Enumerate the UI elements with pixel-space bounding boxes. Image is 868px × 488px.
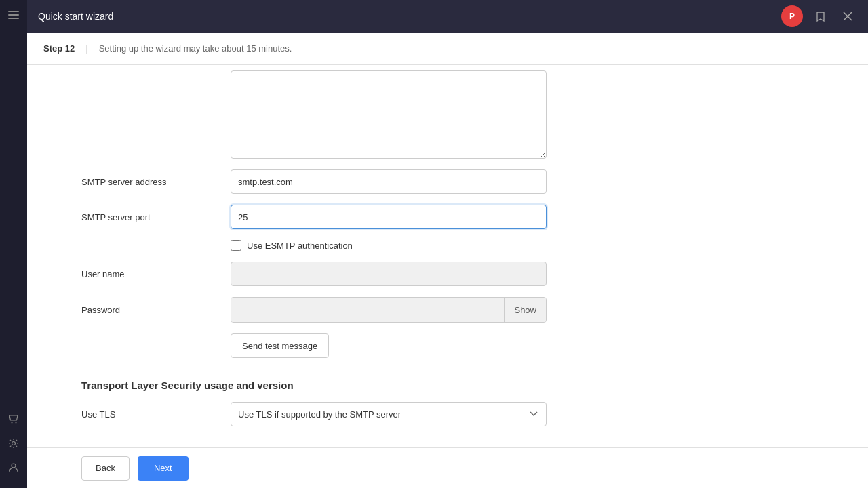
smtp-address-input[interactable] (231, 169, 547, 194)
smtp-port-input[interactable] (231, 205, 547, 229)
password-input[interactable] (231, 298, 504, 322)
svg-point-5 (12, 442, 16, 445)
username-input[interactable] (231, 262, 547, 286)
close-button[interactable] (838, 7, 857, 26)
username-group: User name (81, 262, 841, 286)
smtp-address-group: SMTP server address (81, 169, 841, 194)
esmtp-label[interactable]: Use ESMTP authentication (247, 241, 353, 251)
description-textarea[interactable] (231, 70, 547, 159)
tls-select[interactable]: Use TLS if supported by the SMTP server … (231, 402, 547, 426)
content-area: SMTP server address SMTP server port Use… (27, 65, 868, 447)
sidebar-shop-icon[interactable] (4, 409, 23, 428)
svg-rect-0 (8, 11, 19, 12)
sidebar (0, 0, 27, 488)
next-button[interactable]: Next (138, 456, 189, 481)
textarea-group (81, 70, 841, 159)
sidebar-gear-icon[interactable] (4, 434, 23, 453)
step-divider: | (85, 43, 87, 54)
sidebar-user-icon[interactable] (4, 458, 23, 477)
password-wrapper: Show (231, 297, 547, 323)
action-bar: Back Next (27, 447, 868, 488)
smtp-port-label: SMTP server port (81, 212, 231, 222)
esmtp-group: Use ESMTP authentication (81, 240, 841, 251)
password-group: Password Show (81, 297, 841, 323)
step-description: Setting up the wizard may take about 15 … (99, 43, 292, 54)
svg-rect-1 (8, 14, 19, 16)
step-label: Step 12 (43, 43, 75, 54)
show-password-button[interactable]: Show (504, 298, 546, 322)
svg-rect-2 (8, 18, 19, 19)
topbar: Quick start wizard P (27, 0, 868, 33)
topbar-title: Quick start wizard (38, 11, 113, 22)
password-label: Password (81, 305, 231, 315)
sidebar-menu-icon[interactable] (4, 5, 23, 24)
use-tls-label: Use TLS (81, 409, 231, 420)
back-button[interactable]: Back (81, 456, 130, 481)
send-test-group: Send test message (81, 333, 841, 358)
smtp-port-group: SMTP server port (81, 205, 841, 229)
stepbar: Step 12 | Setting up the wizard may take… (27, 33, 868, 65)
use-tls-group: Use TLS Use TLS if supported by the SMTP… (81, 402, 841, 426)
svg-point-4 (16, 422, 17, 424)
main-area: Quick start wizard P Step 12 | Setting u… (27, 0, 868, 488)
esmtp-checkbox[interactable] (231, 240, 241, 251)
username-label: User name (81, 269, 231, 279)
smtp-address-label: SMTP server address (81, 177, 231, 187)
send-test-button[interactable]: Send test message (231, 333, 329, 358)
avatar-button[interactable]: P (781, 5, 803, 27)
svg-point-6 (12, 464, 16, 468)
tls-section: Transport Layer Security usage and versi… (81, 380, 841, 426)
svg-point-3 (12, 422, 13, 424)
bookmark-button[interactable] (811, 7, 830, 26)
topbar-actions: P (781, 5, 857, 27)
tls-section-title: Transport Layer Security usage and versi… (81, 380, 841, 391)
